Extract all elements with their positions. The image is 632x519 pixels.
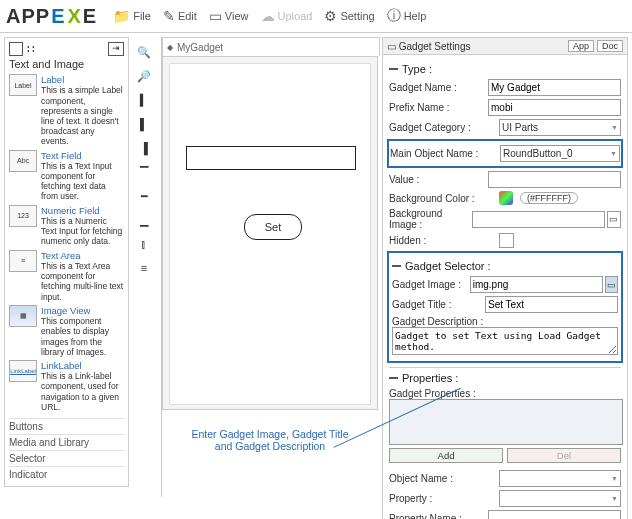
align-bottom-icon[interactable]: ▁: [134, 211, 154, 229]
object-name-select[interactable]: ▼: [499, 470, 621, 487]
gadget-props-list[interactable]: [389, 399, 623, 445]
chevron-down-icon: ▼: [611, 475, 618, 482]
canvas-tool-column: 🔍 🔎 ▍ ▌ ▐ ▔ ━ ▁ ⫿ ≡: [133, 37, 155, 277]
main-object-select[interactable]: RoundButton_0▼: [500, 145, 620, 162]
settings-icon: ▭: [387, 41, 399, 52]
main-object-label: Main Object Name :: [390, 148, 500, 159]
gadget-name-input[interactable]: [488, 79, 621, 96]
value-label: Value :: [389, 174, 488, 185]
chevron-down-icon: ▼: [611, 124, 618, 131]
gadget-image-input[interactable]: [470, 276, 603, 293]
help-menu[interactable]: ⓘHelp: [387, 7, 427, 25]
palette-cat-buttons[interactable]: Buttons: [9, 418, 124, 434]
align-left-icon[interactable]: ▍: [134, 91, 154, 109]
dist-h-icon[interactable]: ⫿: [134, 235, 154, 253]
palette-title: Text and Image: [9, 58, 124, 70]
palette-item-linklabel[interactable]: LinkLabelLinkLabelThis is a Link-label c…: [9, 360, 124, 412]
app-logo: APPEXE: [6, 5, 97, 28]
bgimage-input[interactable]: [472, 211, 605, 228]
selector-section-title: Gadget Selector :: [392, 260, 618, 272]
gadget-desc-label: Gadget Description :: [392, 316, 483, 327]
zoom-out-icon[interactable]: 🔎: [134, 67, 154, 85]
property-name-label: Property Name :: [389, 513, 488, 519]
align-middle-icon[interactable]: ━: [134, 187, 154, 205]
type-section-title: Type :: [389, 63, 621, 75]
chevron-down-icon: ▼: [611, 495, 618, 502]
folder-icon: 📁: [113, 8, 130, 24]
gadget-image-browse-button[interactable]: ▭: [605, 276, 618, 293]
view-menu[interactable]: ▭View: [209, 8, 249, 24]
tab-marker-icon: ◆: [167, 43, 173, 52]
value-input[interactable]: [488, 171, 621, 188]
palette-item-textfield[interactable]: AbcText FieldThis is a Text Input compon…: [9, 150, 124, 202]
dist-v-icon[interactable]: ≡: [134, 259, 154, 277]
hidden-label: Hidden :: [389, 235, 499, 246]
gear-icon: ⚙: [324, 8, 337, 24]
hidden-checkbox[interactable]: [499, 233, 514, 248]
align-center-icon[interactable]: ▌: [134, 115, 154, 133]
canvas-tab[interactable]: ◆ MyGadget: [162, 37, 380, 56]
property-label: Property :: [389, 493, 499, 504]
bgimage-label: Background Image :: [389, 208, 472, 230]
palette-item-imageview[interactable]: ▦Image ViewThis component enables to dis…: [9, 305, 124, 357]
color-picker-icon[interactable]: [499, 191, 513, 205]
gadget-desc-textarea[interactable]: [392, 327, 618, 355]
edit-menu[interactable]: ✎Edit: [163, 8, 197, 24]
gadget-image-label: Gadget Image :: [392, 279, 470, 290]
app-button[interactable]: App: [568, 40, 594, 52]
object-name-label: Object Name :: [389, 473, 499, 484]
zoom-in-icon[interactable]: 🔍: [134, 43, 154, 61]
annotation-text: Enter Gadget Image, Gadget Title and Gad…: [162, 428, 378, 452]
gadget-title-input[interactable]: [485, 296, 618, 313]
textarea-thumb-icon: ≡: [9, 250, 37, 272]
setting-menu[interactable]: ⚙Setting: [324, 8, 374, 24]
bgcolor-value[interactable]: (#FFFFFF): [520, 192, 578, 204]
align-top-icon[interactable]: ▔: [134, 163, 154, 181]
file-menu[interactable]: 📁File: [113, 8, 151, 24]
palette-cat-selector[interactable]: Selector: [9, 450, 124, 466]
numeric-thumb-icon: 123: [9, 205, 37, 227]
doc-button[interactable]: Doc: [597, 40, 623, 52]
label-thumb-icon: Label: [9, 74, 37, 96]
property-name-input[interactable]: [488, 510, 621, 519]
properties-section-title: Properties :: [389, 372, 621, 384]
palette-collapse-icon[interactable]: ⇥: [108, 42, 124, 56]
gadget-props-label: Gadget Properties :: [389, 388, 476, 399]
palette-item-label[interactable]: LabelLabelThis is a simple Label compone…: [9, 74, 124, 147]
property-select[interactable]: ▼: [499, 490, 621, 507]
preview-set-button[interactable]: Set: [244, 214, 302, 240]
gadget-category-label: Gadget Category :: [389, 122, 499, 133]
palette-cat-indicator[interactable]: Indicator: [9, 466, 124, 482]
palette-categories: Buttons Media and Library Selector Indic…: [9, 418, 124, 482]
linklabel-thumb-icon: LinkLabel: [9, 360, 37, 382]
device-preview: Set: [162, 56, 378, 410]
palette-mode-grid-icon[interactable]: ∷: [27, 42, 35, 56]
gadget-name-label: Gadget Name :: [389, 82, 488, 93]
prefix-name-label: Prefix Name :: [389, 102, 488, 113]
palette-item-numeric[interactable]: 123Numeric FieldThis is a Numeric Text I…: [9, 205, 124, 247]
component-palette: ∷ ⇥ Text and Image LabelLabelThis is a s…: [4, 37, 129, 487]
bgimage-browse-button[interactable]: ▭: [607, 211, 621, 228]
palette-item-textarea[interactable]: ≡Text AreaThis is a Text Area component …: [9, 250, 124, 302]
preview-text-input[interactable]: [186, 146, 356, 170]
chevron-down-icon: ▼: [610, 150, 617, 157]
palette-mode-single-icon[interactable]: [9, 42, 23, 56]
textfield-thumb-icon: Abc: [9, 150, 37, 172]
palette-cat-media[interactable]: Media and Library: [9, 434, 124, 450]
align-right-icon[interactable]: ▐: [134, 139, 154, 157]
bgcolor-label: Background Color :: [389, 193, 499, 204]
delete-property-button[interactable]: Del: [507, 448, 621, 463]
cloud-icon: ☁: [261, 8, 275, 24]
upload-menu[interactable]: ☁Upload: [261, 8, 313, 24]
gadget-title-label: Gadget Title :: [392, 299, 485, 310]
gadget-category-select[interactable]: UI Parts▼: [499, 119, 621, 136]
settings-title: Gadget Settings: [399, 41, 471, 52]
prefix-name-input[interactable]: [488, 99, 621, 116]
main-toolbar: APPEXE 📁File ✎Edit ▭View ☁Upload ⚙Settin…: [0, 0, 632, 33]
help-icon: ⓘ: [387, 7, 401, 25]
window-icon: ▭: [209, 8, 222, 24]
edit-icon: ✎: [163, 8, 175, 24]
gadget-settings-panel: ▭ Gadget Settings App Doc Type : Gadget …: [382, 37, 628, 519]
canvas-area: ◆ MyGadget Set Enter Gadget Image, Gadge…: [162, 37, 378, 452]
add-property-button[interactable]: Add: [389, 448, 503, 463]
